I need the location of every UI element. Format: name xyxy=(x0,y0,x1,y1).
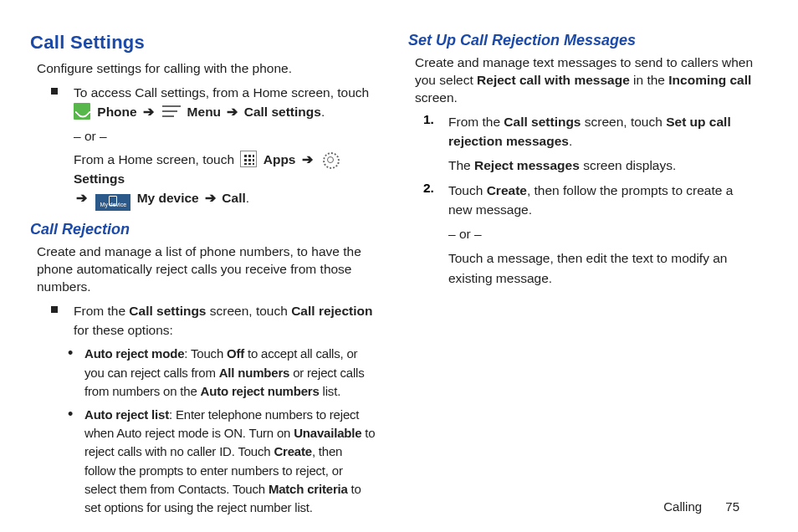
arrow-icon: ➔ xyxy=(227,102,238,121)
footer-section: Calling xyxy=(663,499,702,514)
arrow-icon: ➔ xyxy=(302,150,313,169)
left-column: Call Settings Configure settings for cal… xyxy=(30,32,376,522)
phone-label: Phone xyxy=(97,105,141,119)
step-number: 1. xyxy=(423,112,434,127)
call-settings-label: Call settings xyxy=(244,105,321,119)
arrow-icon: ➔ xyxy=(76,188,87,207)
rejection-step-text: From the Call settings screen, touch Cal… xyxy=(74,301,376,340)
page-footer: Calling 75 xyxy=(663,499,739,514)
mydevice-label: My device xyxy=(137,191,202,205)
access-line2: From a Home screen, touch Apps ➔ Setting… xyxy=(74,150,376,212)
access-block: To access Call settings, from a Home scr… xyxy=(38,83,376,122)
step-text: Touch Create, then follow the prompts to… xyxy=(448,181,755,220)
section-intro: Configure settings for calling with the … xyxy=(37,60,376,78)
settings-icon xyxy=(321,151,338,167)
option-text: Auto reject list: Enter telephone number… xyxy=(84,406,376,517)
step-number: 2. xyxy=(423,181,434,196)
option-auto-reject-list: Auto reject list: Enter telephone number… xyxy=(68,406,376,517)
settings-label: Settings xyxy=(74,171,125,186)
call-label: Call xyxy=(222,191,245,205)
option-auto-reject-mode: Auto reject mode: Touch Off to accept al… xyxy=(68,345,376,401)
menu-label: Menu xyxy=(187,105,225,119)
option-text: Auto reject mode: Touch Off to accept al… xyxy=(84,345,376,401)
call-rejection-intro: Create and manage a list of phone number… xyxy=(37,243,376,296)
arrow-icon: ➔ xyxy=(205,188,216,207)
step-2: 2. Touch Create, then follow the prompts… xyxy=(417,181,755,220)
or-block: – or – xyxy=(30,126,376,146)
call-rejection-heading: Call Rejection xyxy=(30,221,376,238)
note-text: The Reject messages screen displays. xyxy=(448,156,755,175)
access-line2-block: From a Home screen, touch Apps ➔ Setting… xyxy=(30,150,376,212)
mydevice-icon: My device xyxy=(95,194,130,211)
apps-label: Apps xyxy=(263,152,299,166)
text: From a Home screen, touch xyxy=(74,152,238,166)
arrow-icon: ➔ xyxy=(143,102,154,121)
step-2-or: – or – xyxy=(408,224,755,243)
text: To access Call settings, from a Home scr… xyxy=(74,85,369,100)
right-column: Set Up Call Rejection Messages Create an… xyxy=(408,32,755,522)
alt-text: Touch a message, then edit the text to m… xyxy=(448,248,755,288)
step-1: 1. From the Call settings screen, touch … xyxy=(417,112,755,151)
access-line1: To access Call settings, from a Home scr… xyxy=(74,83,376,122)
menu-icon xyxy=(162,105,181,119)
step-1-note: The Reject messages screen displays. xyxy=(408,156,755,175)
apps-icon xyxy=(240,151,257,167)
step-text: From the Call settings screen, touch Set… xyxy=(448,112,755,151)
page-columns: Call Settings Configure settings for cal… xyxy=(30,32,755,522)
step-2-alt: Touch a message, then edit the text to m… xyxy=(408,248,755,288)
page-number: 75 xyxy=(725,499,739,514)
phone-icon xyxy=(74,103,90,120)
or-text: – or – xyxy=(74,126,376,146)
rejection-messages-intro: Create and manage text messages to send … xyxy=(415,54,755,107)
rejection-step: From the Call settings screen, touch Cal… xyxy=(38,301,376,340)
or-text: – or – xyxy=(448,224,755,243)
rejection-messages-heading: Set Up Call Rejection Messages xyxy=(408,32,755,49)
section-title: Call Settings xyxy=(30,32,376,54)
